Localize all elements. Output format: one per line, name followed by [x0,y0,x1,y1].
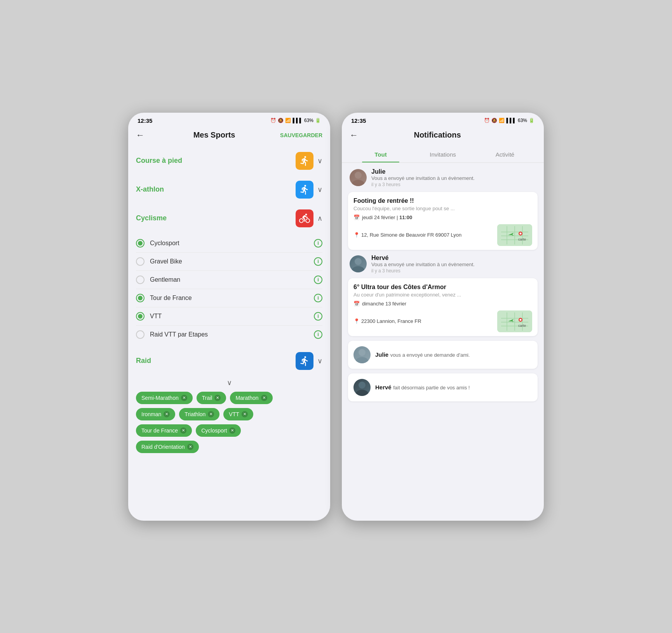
tag-tourdefrance[interactable]: Tour de France ✕ [136,424,192,437]
svg-text:carte: carte [518,324,526,328]
category-raid: Raid ∨ [128,346,330,375]
info-raidvtt[interactable]: i [314,330,322,339]
event-footing-map[interactable]: carte [497,224,532,246]
tabs-bar: Tout Invitations Activité [342,146,544,163]
sub-item-gravelbike-label: Gravel Bike [150,258,182,265]
wifi-icon-r: 📶 [499,118,505,123]
tag-semi-marathon-remove[interactable]: ✕ [181,395,187,401]
tag-vtt-remove[interactable]: ✕ [242,411,248,417]
cyclisme-sub-items: Cyclosport i Gravel Bike i Gentleman i [128,232,330,346]
info-gentleman[interactable]: i [314,276,322,284]
sub-item-gravelbike: Gravel Bike i [136,253,322,271]
info-vtt[interactable]: i [314,312,322,321]
right-status-icons: ⏰ 🔕 📶 ▌▌▌ 63% 🔋 [484,118,534,123]
category-raid-icon [296,352,313,370]
tag-raid-orientation-remove[interactable]: ✕ [187,444,193,450]
tags-row-3: Tour de France ✕ Cyclosport ✕ [136,424,322,437]
tags-expand-chevron[interactable]: ∨ [136,378,322,387]
sub-item-tourdefrance-label: Tour de France [150,295,192,302]
sub-item-vtt-label: VTT [150,313,162,320]
radio-gentleman[interactable] [136,276,144,284]
right-page-header: ← Notifications [342,126,544,146]
event-ultratour-desc: Au coeur d'un patrimoine exceptionnel, v… [353,292,532,298]
event-footing-title: Footing de rentrée !! [353,197,532,204]
svg-point-11 [520,232,522,234]
sender-herve1-name: Hervé [371,255,475,262]
svg-point-13 [355,258,362,265]
tag-ironman-remove[interactable]: ✕ [164,411,170,417]
pin-icon-2: 📍 [353,318,360,324]
info-gravelbike[interactable]: i [314,257,322,266]
battery-text: 63% [304,118,313,123]
radio-raidvtt[interactable] [136,330,144,339]
svg-point-24 [520,319,522,321]
category-xathlon-label: X-athlon [136,185,164,194]
right-back-button[interactable]: ← [350,130,362,140]
tag-marathon-remove[interactable]: ✕ [261,395,267,401]
category-course-chevron[interactable]: ∨ [317,157,322,165]
info-tourdefrance[interactable]: i [314,294,322,302]
friend-notif-herve[interactable]: Hervé fait désormais partie de vos amis … [348,373,538,401]
tag-marathon-label: Marathon [235,395,258,401]
tag-tourdefrance-remove[interactable]: ✕ [180,427,186,434]
left-status-time: 12:35 [138,117,152,124]
right-phone: 12:35 ⏰ 🔕 📶 ▌▌▌ 63% 🔋 ← Notifications To… [342,113,544,521]
notif-sender-herve1: Hervé Vous a envoyé une invitation à un … [348,255,538,274]
battery-icon-r: 🔋 [529,118,534,123]
tag-cyclosport-remove[interactable]: ✕ [229,427,235,434]
event-ultratour-map[interactable]: carte [497,310,532,332]
radio-tourdefrance[interactable] [136,294,144,302]
tab-tout[interactable]: Tout [350,147,412,162]
tag-marathon[interactable]: Marathon ✕ [230,392,272,404]
tag-trail[interactable]: Trail ✕ [197,392,226,404]
tab-activite[interactable]: Activité [474,147,536,162]
save-button[interactable]: SAUVEGARDER [280,132,322,138]
left-phone: 12:35 ⏰ 🔕 📶 ▌▌▌ 63% 🔋 ← Mes Sports SAUVE… [128,113,330,521]
friend-notif-julie[interactable]: Julie vous a envoyé une demande d'ami. [348,341,538,369]
info-cyclosport[interactable]: i [314,239,322,248]
category-xathlon-chevron[interactable]: ∨ [317,185,322,194]
tag-triathlon-remove[interactable]: ✕ [208,411,214,417]
event-footing-date: 📅 jeudi 24 février | 11:00 [353,214,532,220]
tag-trail-remove[interactable]: ✕ [214,395,221,401]
tab-invitations[interactable]: Invitations [412,147,474,162]
left-screen: ← Mes Sports SAUVEGARDER Course à pied ∨ [128,126,330,521]
friend-herve-name: Hervé [375,384,392,391]
left-page-header: ← Mes Sports SAUVEGARDER [128,126,330,146]
avatar-julie [350,169,367,186]
tag-raid-orientation-label: Raid d'Orientation [141,444,185,450]
left-back-button[interactable]: ← [136,130,148,140]
tag-semi-marathon[interactable]: Semi-Marathon ✕ [136,392,193,404]
tag-raid-orientation[interactable]: Raid d'Orientation ✕ [136,441,199,453]
calendar-icon: 📅 [353,214,360,220]
tag-ironman[interactable]: Ironman ✕ [136,408,175,420]
right-page-title: Notifications [362,131,513,140]
sub-item-cyclosport: Cyclosport i [136,234,322,253]
right-status-time: 12:35 [351,117,366,124]
notification-list: Julie Vous a envoyé une invitation à un … [342,163,544,407]
radio-cyclosport[interactable] [136,239,144,248]
signal-icon: ▌▌▌ [292,118,303,123]
friend-herve-text: fait désormais partie de vos amis ! [393,385,470,391]
radio-gravelbike[interactable] [136,257,144,266]
category-raid-label: Raid [136,357,151,365]
category-cyclisme-chevron[interactable]: ∧ [317,214,322,223]
tag-cyclosport[interactable]: Cyclosport ✕ [196,424,241,437]
tag-triathlon[interactable]: Triathlon ✕ [179,408,219,420]
event-card-footing[interactable]: Footing de rentrée !! Coucou l'équipe, u… [348,192,538,250]
event-card-ultratour[interactable]: 6° Ultra tour des Côtes d'Armor Au coeur… [348,278,538,336]
wifi-icon: 📶 [285,118,291,123]
category-course-icon [296,152,313,170]
svg-point-14 [352,266,364,272]
sender-julie-text: Vous a envoyé une invitation à un évènem… [371,175,475,181]
tag-semi-marathon-label: Semi-Marathon [141,395,179,401]
radio-vtt[interactable] [136,312,144,321]
left-status-icons: ⏰ 🔕 📶 ▌▌▌ 63% 🔋 [270,118,321,123]
sender-herve1-text: Vous a envoyé une invitation à un évènem… [371,262,475,267]
category-raid-chevron[interactable]: ∨ [317,357,322,365]
tag-vtt[interactable]: VTT ✕ [223,408,253,420]
event-footing-date-text: jeudi 24 février | 11:00 [362,214,412,220]
tags-row-4: Raid d'Orientation ✕ [136,441,322,453]
tag-cyclosport-label: Cyclosport [201,427,227,434]
event-footing-location-row: 📍 12, Rue Simone de Beauvoir FR 69007 Ly… [353,224,532,246]
